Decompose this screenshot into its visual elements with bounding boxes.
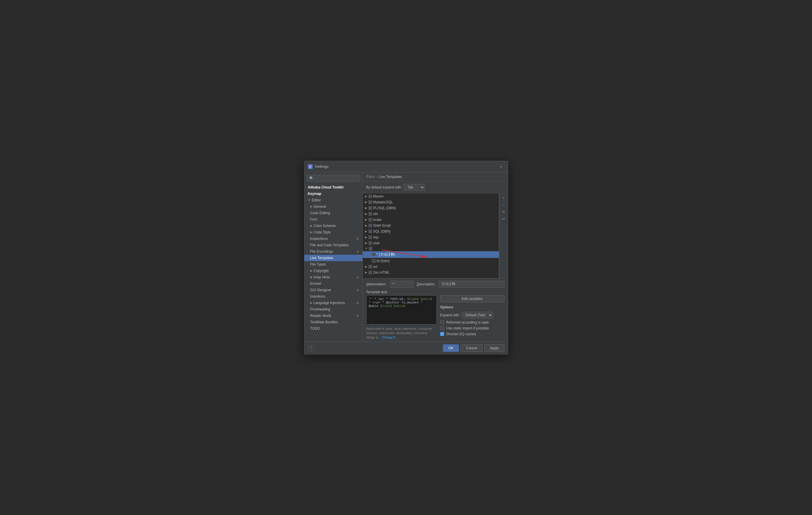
sidebar-item-gui-designer[interactable]: GUI Designer ▣	[304, 287, 362, 293]
sidebar-item-label: Copyright	[314, 269, 328, 273]
sidebar-item-todo[interactable]: TODO	[304, 325, 362, 332]
chevron-right-icon: ▶	[365, 206, 367, 210]
ok-button[interactable]: OK	[443, 344, 459, 352]
template-group-plsql[interactable]: ▶ PL/SQL (DBN)	[363, 205, 499, 211]
expand-with-select[interactable]: Tab Enter Space	[404, 184, 425, 191]
static-import-checkbox[interactable]	[440, 326, 444, 330]
sidebar-item-copyright[interactable]: ▶ Copyright	[304, 268, 362, 274]
reformat-label: Reformat according to style	[446, 320, 489, 324]
sidebar-item-emmet[interactable]: Emmet	[304, 280, 362, 287]
title-bar: U Settings ×	[304, 161, 508, 172]
breadcrumb-current: Live Templates	[379, 175, 402, 179]
close-button[interactable]: ×	[498, 163, 504, 170]
template-group-zenhtml[interactable]: ▶ Zen HTML	[363, 270, 499, 275]
reformat-checkbox[interactable]	[440, 320, 444, 324]
template-group-scala[interactable]: ▶ scala	[363, 217, 499, 223]
sidebar-item-reader-mode[interactable]: Reader Mode ▣	[304, 313, 362, 319]
group-checkbox[interactable]	[369, 224, 372, 227]
sidebar-item-file-code-templates[interactable]: File and Code Templates	[304, 242, 362, 248]
sidebar-item-label: Code Style	[314, 230, 331, 234]
group-checkbox[interactable]	[369, 218, 372, 221]
group-checkbox[interactable]	[369, 195, 372, 198]
group-checkbox[interactable]	[369, 200, 372, 204]
chevron-right-icon: ▶	[310, 275, 313, 279]
chevron-down-icon: ▾	[394, 335, 395, 339]
template-item-td[interactable]: td (todo)	[363, 258, 499, 264]
template-group-user[interactable]: ▶ user	[363, 240, 499, 246]
group-checkbox[interactable]	[369, 265, 372, 268]
sidebar-item-color-scheme[interactable]: ▶ Color Scheme	[304, 223, 362, 229]
group-checkbox[interactable]	[369, 229, 372, 233]
chevron-down-icon: ▼	[365, 247, 368, 250]
sidebar-item-alibaba[interactable]: Alibaba Cloud Toolkit	[304, 184, 362, 191]
apply-button[interactable]: Apply	[484, 344, 504, 352]
change-link[interactable]: Change ▾	[382, 335, 395, 339]
sidebar-item-font[interactable]: Font	[304, 216, 362, 223]
static-import-row: Use static import if possible	[440, 326, 504, 330]
template-group-mybatis[interactable]: ▶ Mybatis/SQL	[363, 199, 499, 205]
template-group-sqldbn[interactable]: ▶ SQL (DBN)	[363, 228, 499, 234]
settings-badge: ▣	[356, 288, 359, 292]
expand-with-options-select[interactable]: Default (Tab) Tab Enter Space	[462, 311, 493, 319]
restore-button[interactable]: ↩	[500, 216, 507, 222]
abbreviation-input[interactable]	[390, 281, 413, 288]
template-group-custom[interactable]: ▼	[363, 246, 499, 251]
sidebar-item-general[interactable]: ▶ General	[304, 204, 362, 210]
template-group-ssp[interactable]: ▶ ssp	[363, 234, 499, 240]
sidebar-item-label: Inlay Hints	[314, 275, 330, 279]
template-group-shell[interactable]: ▶ Shell Script	[363, 223, 499, 228]
sidebar-item-label: TODO	[310, 326, 320, 331]
copy-button[interactable]: ⧉	[500, 209, 507, 215]
sidebar-item-language-injections[interactable]: ▶ Language Injections ▣	[304, 300, 362, 306]
expand-with-label: Expand with	[440, 313, 459, 317]
group-checkbox[interactable]	[369, 212, 372, 216]
group-label: xsl	[373, 265, 378, 269]
group-checkbox[interactable]	[369, 241, 372, 245]
shorten-eq-checkbox[interactable]: ✓	[440, 332, 444, 336]
sidebar-item-code-editing[interactable]: Code Editing	[304, 210, 362, 216]
group-checkbox[interactable]	[369, 271, 372, 274]
sidebar-item-live-templates[interactable]: Live Templates	[304, 255, 362, 261]
group-checkbox[interactable]	[369, 206, 372, 210]
sidebar-item-inspections[interactable]: Inspections ▣	[304, 236, 362, 242]
help-button[interactable]: ?	[308, 345, 314, 351]
remove-button[interactable]: −	[500, 201, 507, 208]
sidebar-item-code-style[interactable]: ▶ Code Style	[304, 229, 362, 236]
sidebar-item-intentions[interactable]: Intentions	[304, 293, 362, 300]
template-item-fangfa[interactable]: * (方法注释)	[363, 251, 499, 258]
edit-variables-button[interactable]: Edit variables	[440, 295, 504, 302]
group-label: ssp	[373, 235, 379, 239]
chevron-right-icon: ▶	[365, 241, 367, 245]
sidebar-item-label: Reader Mode	[310, 314, 331, 318]
sidebar-item-label: Inspections	[310, 237, 328, 241]
right-col: Edit variables Options Expand with Defau…	[440, 295, 504, 340]
item-checkbox[interactable]	[372, 259, 376, 263]
chevron-right-icon: ▶	[365, 218, 367, 221]
title-bar-left: U Settings	[308, 164, 328, 169]
cancel-button[interactable]: Cancel	[461, 344, 483, 352]
group-label: SQL (DBN)	[373, 229, 391, 234]
template-group-maven[interactable]: ▶ Maven	[363, 193, 499, 199]
sidebar-item-editor[interactable]: ▼ Editor	[304, 197, 362, 204]
sidebar-item-label: File Types	[310, 262, 326, 266]
sidebar-item-label: Editor	[312, 198, 321, 202]
template-group-xsl[interactable]: ▶ xsl	[363, 264, 499, 270]
sidebar-item-keymap[interactable]: Keymap	[304, 191, 362, 197]
reformat-row: Reformat according to style	[440, 320, 504, 324]
template-group-sbt[interactable]: ▶ sbt	[363, 211, 499, 217]
sidebar-item-file-types[interactable]: File Types	[304, 261, 362, 268]
group-checkbox[interactable]	[369, 236, 372, 239]
sidebar-item-inlay-hints[interactable]: ▶ Inlay Hints ▣	[304, 274, 362, 280]
settings-badge: ▣	[356, 314, 359, 317]
add-button[interactable]: +	[500, 195, 507, 201]
sidebar-item-textmate-bundles[interactable]: TextMate Bundles	[304, 319, 362, 325]
description-input[interactable]	[439, 281, 504, 288]
template-text-editor[interactable]: ** * <p> * TODO-WS: $time$ $date$ * </p>…	[366, 295, 437, 324]
sidebar-item-proofreading[interactable]: Proofreading	[304, 306, 362, 313]
sidebar-item-file-encodings[interactable]: File Encodings ▣	[304, 248, 362, 255]
search-input[interactable]	[307, 175, 360, 182]
change-label: Change	[382, 335, 393, 339]
group-checkbox[interactable]	[369, 247, 372, 250]
item-checkbox[interactable]	[372, 253, 376, 256]
templates-list: ▶ Maven ▶ Mybatis/SQL ▶ PL/SQL (D	[363, 193, 499, 278]
